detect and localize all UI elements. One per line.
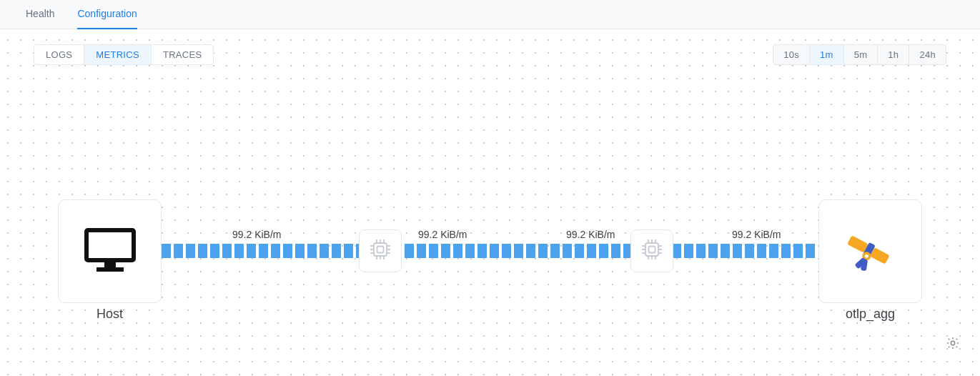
svg-rect-2 — [96, 267, 124, 272]
svg-rect-4 — [377, 247, 384, 253]
signal-traces[interactable]: TRACES — [152, 45, 214, 64]
monitor-icon — [84, 227, 137, 276]
pipeline-graph: 99.2 KiB/m 99.2 KiB/m 99.2 KiB/m 99.2 Ki… — [0, 199, 980, 303]
destination-node-label: otlp_agg — [818, 307, 922, 322]
time-1h[interactable]: 1h — [878, 45, 909, 64]
svg-point-38 — [951, 341, 954, 345]
time-1m[interactable]: 1m — [810, 45, 844, 64]
flow-rate-label: 99.2 KiB/m — [566, 229, 615, 240]
tab-health[interactable]: Health — [26, 0, 54, 29]
time-24h[interactable]: 24h — [909, 45, 946, 64]
svg-rect-3 — [374, 243, 387, 256]
telescope-icon — [841, 224, 900, 279]
time-range-group: 10s 1m 5m 1h 24h — [773, 44, 946, 65]
signal-logs[interactable]: LOGS — [34, 45, 84, 64]
svg-rect-0 — [86, 230, 134, 260]
time-5m[interactable]: 5m — [844, 45, 878, 64]
signal-select-group: LOGS METRICS TRACES — [34, 44, 214, 65]
gear-icon — [946, 336, 960, 353]
settings-button[interactable] — [943, 335, 963, 355]
source-node-label: Host — [58, 307, 162, 322]
processor-node[interactable] — [630, 229, 673, 272]
tab-configuration[interactable]: Configuration — [77, 0, 137, 29]
cpu-icon — [640, 237, 664, 264]
top-nav: Health Configuration — [0, 0, 980, 29]
flow-rate-label: 99.2 KiB/m — [232, 229, 281, 240]
flow-rate-label: 99.2 KiB/m — [732, 229, 781, 240]
processor-node[interactable] — [359, 229, 402, 272]
svg-rect-1 — [104, 260, 116, 267]
destination-node[interactable] — [818, 199, 922, 303]
svg-rect-17 — [645, 243, 658, 256]
svg-rect-18 — [649, 247, 655, 253]
cpu-icon — [368, 237, 392, 264]
signal-metrics[interactable]: METRICS — [84, 45, 152, 64]
source-node[interactable] — [58, 199, 162, 303]
time-10s[interactable]: 10s — [773, 45, 810, 64]
flow-rate-label: 99.2 KiB/m — [418, 229, 467, 240]
data-flow — [162, 244, 816, 258]
